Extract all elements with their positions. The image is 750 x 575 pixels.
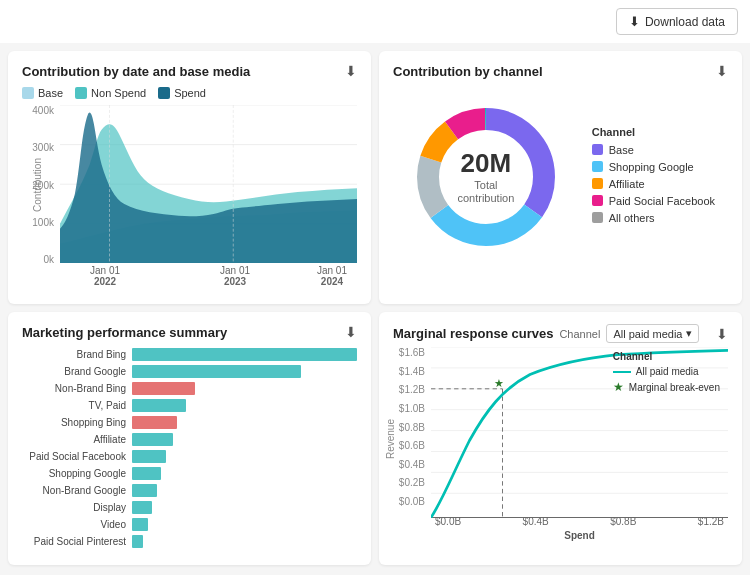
bar-fill bbox=[132, 484, 157, 497]
card2-header: Contribution by channel ⬇ bbox=[393, 63, 728, 79]
card2-download-icon[interactable]: ⬇ bbox=[716, 63, 728, 79]
card3-title: Marketing performance summary bbox=[22, 325, 227, 340]
mrc-chart-area: $1.6B $1.4B $1.2B $1.0B $0.8B $0.6B $0.4… bbox=[393, 347, 728, 527]
yaxis-0.8b: $0.8B bbox=[399, 422, 425, 433]
bar-label: Video bbox=[22, 519, 132, 530]
bar-label: Affiliate bbox=[22, 434, 132, 445]
channel-affiliate-dot bbox=[592, 178, 603, 189]
bar-track bbox=[132, 467, 357, 480]
channel-psf-label: Paid Social Facebook bbox=[609, 195, 715, 207]
bar-track bbox=[132, 399, 357, 412]
download-data-button[interactable]: ⬇ Download data bbox=[616, 8, 738, 35]
card3-header: Marketing performance summary ⬇ bbox=[22, 324, 357, 340]
bar-fill bbox=[132, 416, 177, 429]
channel-label: Channel bbox=[559, 328, 600, 340]
channel-selector[interactable]: All paid media ▾ bbox=[606, 324, 699, 343]
xaxis-2022-year: 2022 bbox=[90, 276, 120, 287]
bar-fill bbox=[132, 535, 143, 548]
legend-nonspend-dot bbox=[75, 87, 87, 99]
bar-fill bbox=[132, 501, 152, 514]
star-icon: ★ bbox=[613, 380, 624, 394]
bar-track bbox=[132, 450, 357, 463]
bar-fill bbox=[132, 348, 357, 361]
card1-header: Contribution by date and base media ⬇ bbox=[22, 63, 357, 79]
bar-row: Non-Brand Bing bbox=[22, 382, 357, 395]
yaxis-0.0b: $0.0B bbox=[399, 496, 425, 507]
bar-label: Display bbox=[22, 502, 132, 513]
bar-chart: Brand BingBrand GoogleNon-Brand BingTV, … bbox=[22, 348, 357, 548]
bar-label: Brand Bing bbox=[22, 349, 132, 360]
bar-track bbox=[132, 382, 357, 395]
card1-xaxis: Jan 01 2022 Jan 01 2023 Jan 01 2024 bbox=[60, 265, 357, 285]
bar-fill bbox=[132, 399, 186, 412]
yaxis-0.6b: $0.6B bbox=[399, 440, 425, 451]
yaxis-1.4b: $1.4B bbox=[399, 366, 425, 377]
yaxis-0.2b: $0.2B bbox=[399, 477, 425, 488]
bar-label: Brand Google bbox=[22, 366, 132, 377]
bar-row: Affiliate bbox=[22, 433, 357, 446]
card-contribution-by-channel: Contribution by channel ⬇ bbox=[379, 51, 742, 304]
xaxis-0b: $0.0B bbox=[435, 516, 461, 527]
yaxis-100k: 100k bbox=[32, 217, 54, 228]
mrc-header: Marginal response curves Channel All pai… bbox=[393, 324, 728, 343]
legend-spend-dot bbox=[158, 87, 170, 99]
bar-track bbox=[132, 365, 357, 378]
card2-title: Contribution by channel bbox=[393, 64, 543, 79]
xaxis-0.8b: $0.8B bbox=[610, 516, 636, 527]
bar-row: Display bbox=[22, 501, 357, 514]
legend-base: Base bbox=[22, 87, 63, 99]
donut-center: 20M Total contribution bbox=[446, 148, 526, 206]
xaxis-2024: Jan 01 2024 bbox=[317, 265, 347, 287]
card1-download-icon[interactable]: ⬇ bbox=[345, 63, 357, 79]
bar-track bbox=[132, 433, 357, 446]
xaxis-2022-jan: Jan 01 bbox=[90, 265, 120, 276]
channel-value: All paid media bbox=[613, 328, 682, 340]
card3-download-icon[interactable]: ⬇ bbox=[345, 324, 357, 340]
yaxis-300k: 300k bbox=[32, 142, 54, 153]
bar-label: Paid Social Pinterest bbox=[22, 536, 132, 547]
mrc-yaxis: $1.6B $1.4B $1.2B $1.0B $0.8B $0.6B $0.4… bbox=[393, 347, 428, 507]
mrc-x-title: Spend bbox=[431, 530, 728, 541]
channel-shopping-google-label: Shopping Google bbox=[609, 161, 694, 173]
card-marginal-response: Marginal response curves Channel All pai… bbox=[379, 312, 742, 565]
bar-row: Brand Google bbox=[22, 365, 357, 378]
channel-base: Base bbox=[592, 144, 715, 156]
mrc-legend-title: Channel bbox=[613, 351, 720, 362]
bar-fill bbox=[132, 450, 166, 463]
card4-title: Marginal response curves bbox=[393, 326, 553, 341]
donut-container: 20M Total contribution Channel Base Shop… bbox=[393, 87, 728, 267]
channel-base-dot bbox=[592, 144, 603, 155]
xaxis-1.2b: $1.2B bbox=[698, 516, 724, 527]
donut-label: Total contribution bbox=[446, 179, 526, 205]
bar-fill bbox=[132, 365, 301, 378]
card1-chart-area: 400k 300k 200k 100k 0k Contribution bbox=[22, 105, 357, 285]
xaxis-2022: Jan 01 2022 bbox=[90, 265, 120, 287]
top-bar: ⬇ Download data bbox=[0, 0, 750, 43]
legend-nonspend: Non Spend bbox=[75, 87, 146, 99]
channel-shopping-google: Shopping Google bbox=[592, 161, 715, 173]
channel-all-others: All others bbox=[592, 212, 715, 224]
bar-track bbox=[132, 535, 357, 548]
bar-fill bbox=[132, 518, 148, 531]
legend-spend: Spend bbox=[158, 87, 206, 99]
legend-spend-label: Spend bbox=[174, 87, 206, 99]
card1-legend: Base Non Spend Spend bbox=[22, 87, 357, 99]
xaxis-2024-year: 2024 bbox=[317, 276, 347, 287]
yaxis-1.2b: $1.2B bbox=[399, 384, 425, 395]
bar-label: TV, Paid bbox=[22, 400, 132, 411]
bar-label: Non-Brand Google bbox=[22, 485, 132, 496]
channel-affiliate-label: Affiliate bbox=[609, 178, 645, 190]
xaxis-2023: Jan 01 2023 bbox=[220, 265, 250, 287]
bar-fill bbox=[132, 467, 161, 480]
bar-row: Paid Social Pinterest bbox=[22, 535, 357, 548]
bar-label: Shopping Bing bbox=[22, 417, 132, 428]
card4-download-icon[interactable]: ⬇ bbox=[716, 326, 728, 342]
channel-psf-dot bbox=[592, 195, 603, 206]
mrc-legend-star: ★ Marginal break-even bbox=[613, 380, 720, 394]
donut-value: 20M bbox=[446, 148, 526, 179]
bar-track bbox=[132, 501, 357, 514]
mrc-all-paid-label: All paid media bbox=[636, 366, 699, 377]
yaxis-400k: 400k bbox=[32, 105, 54, 116]
card1-svg bbox=[60, 105, 357, 263]
bar-row: Shopping Bing bbox=[22, 416, 357, 429]
